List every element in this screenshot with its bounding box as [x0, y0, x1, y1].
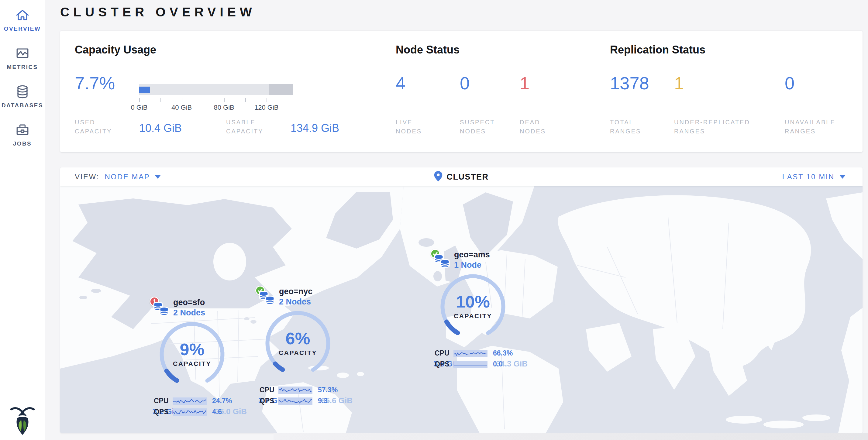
sidebar-item-overview[interactable]: OVERVIEW	[0, 7, 45, 32]
view-label: VIEW:	[75, 172, 99, 181]
gauge-caption: CAPACITY	[157, 360, 227, 367]
locality-name: geo=nyc	[279, 287, 312, 296]
capacity-usage-title: Capacity Usage	[75, 43, 156, 56]
suspect-nodes-value: 0	[460, 73, 470, 94]
chevron-down-icon	[839, 175, 845, 179]
replication-status-title: Replication Status	[610, 43, 705, 56]
database-nodes-icon	[433, 253, 452, 273]
gauge-caption: CAPACITY	[438, 312, 508, 320]
under-replicated-ranges-value: 1	[674, 73, 684, 94]
time-range-dropdown[interactable]: LAST 10 MIN	[782, 167, 845, 186]
chevron-down-icon	[155, 175, 161, 179]
live-nodes-value: 4	[396, 73, 405, 94]
gauge-percent: 9%	[157, 339, 227, 359]
locality-node-count: 1 Node	[454, 260, 482, 270]
total-ranges-value: 1378	[610, 73, 649, 94]
sidebar-item-databases[interactable]: DATABASES	[0, 83, 45, 109]
qps-row: QPS 9.3	[259, 397, 328, 405]
cpu-row: CPU 57.3%	[259, 386, 338, 394]
cluster-summary-panel: Capacity Usage 7.7% 0 GiB40 GiB80 GiB120…	[60, 31, 863, 152]
capacity-used-percent: 7.7%	[75, 73, 115, 94]
cockroachdb-logo	[9, 405, 36, 436]
qps-sparkline	[454, 361, 488, 368]
qps-row: QPS 0.0	[435, 360, 503, 368]
node-map: 1 geo=sfo 2 Nodes 9% CAPACITY 3.2 GiB 35…	[60, 186, 863, 433]
capacity-gauge: 10% CAPACITY 3.6 GiB 34.3 GiB	[438, 272, 508, 342]
under-replicated-ranges-label: UNDER-REPLICATEDRANGES	[674, 118, 750, 136]
home-icon	[14, 7, 31, 24]
locality-name: geo=ams	[454, 250, 490, 259]
cpu-sparkline	[454, 350, 488, 357]
used-capacity-value: 10.4 GiB	[139, 122, 182, 135]
suspect-nodes-label: SUSPECTNODES	[460, 118, 495, 136]
cpu-value: 57.3%	[318, 386, 338, 394]
next-panel-edge	[274, 433, 868, 440]
qps-row: QPS 4.6	[154, 408, 222, 416]
total-ranges-label: TOTALRANGES	[610, 118, 641, 136]
time-range-value: LAST 10 MIN	[782, 172, 835, 181]
sidebar-item-label: JOBS	[13, 140, 32, 147]
database-nodes-icon	[152, 301, 171, 320]
capacity-bar-chart: 0 GiB40 GiB80 GiB120 GiB	[139, 84, 293, 115]
breadcrumb[interactable]: CLUSTER	[434, 167, 489, 186]
used-capacity-label: USEDCAPACITY	[75, 118, 112, 136]
sidebar: OVERVIEW METRICS DATABASES	[0, 0, 45, 440]
dead-nodes-label: DEADNODES	[520, 118, 546, 136]
capacity-gauge: 9% CAPACITY 3.2 GiB 35.0 GiB	[157, 319, 227, 389]
location-pin-icon	[434, 171, 442, 183]
capacity-tick-label: 40 GiB	[172, 104, 192, 112]
map-toolbar: VIEW: NODE MAP CLUSTER LAST 10 MIN	[60, 167, 863, 186]
sidebar-item-label: OVERVIEW	[4, 26, 41, 32]
node-status-title: Node Status	[396, 43, 460, 56]
capacity-gauge: 6% CAPACITY 3.7 GiB 65.6 GiB	[263, 308, 333, 378]
gauge-percent: 10%	[438, 292, 508, 311]
view-value: NODE MAP	[105, 172, 150, 181]
qps-value: 0.0	[493, 360, 503, 368]
gauge-percent: 6%	[263, 328, 333, 348]
live-nodes-label: LIVENODES	[396, 118, 422, 136]
dead-nodes-value: 1	[520, 73, 529, 94]
capacity-bar-used	[139, 87, 150, 93]
locality-node-count: 2 Nodes	[279, 297, 311, 307]
cpu-value: 66.3%	[493, 349, 513, 357]
database-nodes-icon	[258, 290, 277, 309]
usable-capacity-label: USABLECAPACITY	[226, 118, 264, 136]
qps-sparkline	[278, 398, 312, 405]
view-selector-dropdown[interactable]: VIEW: NODE MAP	[75, 167, 161, 186]
capacity-tick-label: 80 GiB	[214, 104, 234, 112]
page-title: CLUSTER OVERVIEW	[60, 5, 256, 20]
qps-value: 9.3	[318, 397, 328, 405]
sidebar-item-label: METRICS	[7, 64, 38, 70]
capacity-tick-label: 0 GiB	[131, 104, 147, 112]
sidebar-item-jobs[interactable]: JOBS	[0, 122, 45, 147]
locality-marker-sfo[interactable]: 1 geo=sfo 2 Nodes 9% CAPACITY 3.2 GiB 35…	[150, 296, 153, 300]
sidebar-item-metrics[interactable]: METRICS	[0, 45, 45, 70]
locality-marker-ams[interactable]: geo=ams 1 Node 10% CAPACITY 3.6 GiB 34.3…	[430, 249, 433, 252]
unavailable-ranges-label: UNAVAILABLERANGES	[785, 118, 835, 136]
cpu-sparkline	[278, 386, 312, 394]
cpu-value: 24.7%	[212, 397, 232, 405]
capacity-tick-label: 120 GiB	[254, 104, 279, 112]
gauge-caption: CAPACITY	[263, 349, 333, 356]
locality-marker-nyc[interactable]: geo=nyc 2 Nodes 6% CAPACITY 3.7 GiB 65.6…	[255, 286, 258, 289]
cpu-sparkline	[173, 398, 207, 405]
sidebar-item-label: DATABASES	[2, 102, 43, 109]
locality-node-count: 2 Nodes	[173, 308, 205, 318]
databases-icon	[14, 83, 31, 100]
usable-capacity-value: 134.9 GiB	[290, 122, 339, 135]
capacity-bar-nonusable	[269, 84, 293, 95]
locality-name: geo=sfo	[173, 298, 205, 307]
cpu-row: CPU 66.3%	[435, 349, 513, 357]
jobs-icon	[14, 122, 31, 138]
qps-value: 4.6	[212, 408, 222, 416]
unavailable-ranges-value: 0	[785, 73, 795, 94]
breadcrumb-cluster: CLUSTER	[447, 172, 489, 182]
cpu-row: CPU 24.7%	[154, 397, 232, 405]
capacity-axis: 0 GiB40 GiB80 GiB120 GiB	[139, 95, 293, 115]
metrics-icon	[14, 45, 31, 62]
qps-sparkline	[173, 408, 207, 416]
